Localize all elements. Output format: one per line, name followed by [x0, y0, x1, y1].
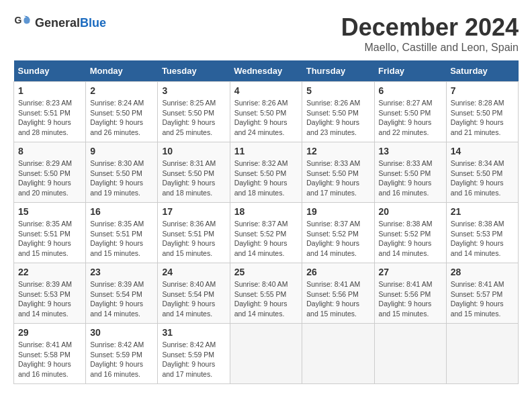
day-info: Sunrise: 8:23 AMSunset: 5:51 PMDaylight:… — [18, 98, 81, 138]
logo: G GeneralBlue — [13, 13, 106, 32]
day-info: Sunrise: 8:41 AMSunset: 5:58 PMDaylight:… — [18, 340, 81, 379]
day-number: 30 — [90, 327, 153, 338]
header-day-sunday: Sunday — [14, 60, 86, 82]
day-number: 28 — [451, 267, 514, 277]
title-block: December 2024 Maello, Castille and Leon,… — [341, 13, 519, 54]
calendar-cell: 29Sunrise: 8:41 AMSunset: 5:58 PMDayligh… — [14, 324, 86, 384]
calendar-cell: 22Sunrise: 8:39 AMSunset: 5:53 PMDayligh… — [14, 263, 86, 324]
day-info: Sunrise: 8:42 AMSunset: 5:59 PMDaylight:… — [162, 340, 225, 379]
header-day-tuesday: Tuesday — [158, 60, 230, 82]
day-number: 20 — [379, 206, 442, 217]
header-day-thursday: Thursday — [302, 60, 374, 82]
day-number: 22 — [18, 267, 81, 277]
calendar-cell: 23Sunrise: 8:39 AMSunset: 5:54 PMDayligh… — [86, 263, 158, 324]
day-number: 4 — [234, 85, 298, 96]
calendar-cell: 19Sunrise: 8:37 AMSunset: 5:52 PMDayligh… — [302, 203, 374, 263]
calendar-cell: 20Sunrise: 8:38 AMSunset: 5:52 PMDayligh… — [374, 203, 446, 263]
day-info: Sunrise: 8:34 AMSunset: 5:50 PMDaylight:… — [451, 158, 514, 198]
calendar-cell: 21Sunrise: 8:38 AMSunset: 5:53 PMDayligh… — [446, 203, 518, 263]
day-number: 9 — [90, 146, 153, 156]
calendar-cell: 15Sunrise: 8:35 AMSunset: 5:51 PMDayligh… — [14, 203, 86, 263]
day-number: 15 — [18, 206, 81, 217]
day-number: 16 — [90, 206, 153, 217]
svg-text:G: G — [14, 15, 21, 26]
calendar-week-row: 15Sunrise: 8:35 AMSunset: 5:51 PMDayligh… — [14, 203, 519, 263]
day-info: Sunrise: 8:35 AMSunset: 5:51 PMDaylight:… — [18, 219, 81, 259]
day-info: Sunrise: 8:37 AMSunset: 5:52 PMDaylight:… — [234, 219, 298, 259]
month-title: December 2024 — [341, 13, 519, 42]
logo-text-block: GeneralBlue — [35, 16, 106, 30]
calendar-cell: 11Sunrise: 8:32 AMSunset: 5:50 PMDayligh… — [230, 142, 302, 203]
calendar-cell: 30Sunrise: 8:42 AMSunset: 5:59 PMDayligh… — [86, 324, 158, 384]
logo-blue: Blue — [80, 16, 106, 30]
day-info: Sunrise: 8:28 AMSunset: 5:50 PMDaylight:… — [451, 98, 514, 138]
day-number: 27 — [379, 267, 442, 277]
day-info: Sunrise: 8:33 AMSunset: 5:50 PMDaylight:… — [306, 158, 369, 198]
calendar-cell: 2Sunrise: 8:24 AMSunset: 5:50 PMDaylight… — [86, 82, 158, 142]
calendar-cell: 14Sunrise: 8:34 AMSunset: 5:50 PMDayligh… — [446, 142, 518, 203]
calendar-cell: 6Sunrise: 8:27 AMSunset: 5:50 PMDaylight… — [374, 82, 446, 142]
calendar-cell: 5Sunrise: 8:26 AMSunset: 5:50 PMDaylight… — [302, 82, 374, 142]
calendar-cell: 3Sunrise: 8:25 AMSunset: 5:50 PMDaylight… — [158, 82, 230, 142]
day-info: Sunrise: 8:39 AMSunset: 5:54 PMDaylight:… — [90, 279, 153, 319]
calendar-header-row: SundayMondayTuesdayWednesdayThursdayFrid… — [14, 60, 519, 82]
day-number: 10 — [162, 146, 225, 156]
day-number: 13 — [379, 146, 442, 156]
calendar-cell: 13Sunrise: 8:33 AMSunset: 5:50 PMDayligh… — [374, 142, 446, 203]
day-info: Sunrise: 8:26 AMSunset: 5:50 PMDaylight:… — [234, 98, 298, 138]
header-day-monday: Monday — [86, 60, 158, 82]
calendar-cell — [374, 324, 446, 384]
calendar-cell: 1Sunrise: 8:23 AMSunset: 5:51 PMDaylight… — [14, 82, 86, 142]
calendar-week-row: 1Sunrise: 8:23 AMSunset: 5:51 PMDaylight… — [14, 82, 519, 142]
day-info: Sunrise: 8:27 AMSunset: 5:50 PMDaylight:… — [379, 98, 442, 138]
calendar-table: SundayMondayTuesdayWednesdayThursdayFrid… — [13, 60, 519, 384]
calendar-cell: 7Sunrise: 8:28 AMSunset: 5:50 PMDaylight… — [446, 82, 518, 142]
day-info: Sunrise: 8:29 AMSunset: 5:50 PMDaylight:… — [18, 158, 81, 198]
calendar-cell — [446, 324, 518, 384]
day-info: Sunrise: 8:37 AMSunset: 5:52 PMDaylight:… — [306, 219, 369, 259]
day-info: Sunrise: 8:33 AMSunset: 5:50 PMDaylight:… — [379, 158, 442, 198]
day-number: 2 — [90, 85, 153, 96]
day-number: 1 — [18, 85, 81, 96]
day-info: Sunrise: 8:38 AMSunset: 5:53 PMDaylight:… — [451, 219, 514, 259]
day-number: 3 — [162, 85, 225, 96]
day-number: 5 — [306, 85, 369, 96]
day-info: Sunrise: 8:41 AMSunset: 5:57 PMDaylight:… — [451, 279, 514, 319]
header-day-wednesday: Wednesday — [230, 60, 302, 82]
day-number: 31 — [162, 327, 225, 338]
day-info: Sunrise: 8:39 AMSunset: 5:53 PMDaylight:… — [18, 279, 81, 319]
calendar-cell: 24Sunrise: 8:40 AMSunset: 5:54 PMDayligh… — [158, 263, 230, 324]
day-number: 6 — [379, 85, 442, 96]
day-info: Sunrise: 8:31 AMSunset: 5:50 PMDaylight:… — [162, 158, 225, 198]
day-info: Sunrise: 8:40 AMSunset: 5:54 PMDaylight:… — [162, 279, 225, 319]
day-number: 26 — [306, 267, 369, 277]
calendar-cell — [230, 324, 302, 384]
day-number: 7 — [451, 85, 514, 96]
calendar-cell: 26Sunrise: 8:41 AMSunset: 5:56 PMDayligh… — [302, 263, 374, 324]
calendar-cell: 8Sunrise: 8:29 AMSunset: 5:50 PMDaylight… — [14, 142, 86, 203]
calendar-cell — [302, 324, 374, 384]
day-number: 29 — [18, 327, 81, 338]
day-number: 11 — [234, 146, 298, 156]
calendar-cell: 12Sunrise: 8:33 AMSunset: 5:50 PMDayligh… — [302, 142, 374, 203]
day-number: 24 — [162, 267, 225, 277]
calendar-cell: 27Sunrise: 8:41 AMSunset: 5:56 PMDayligh… — [374, 263, 446, 324]
day-info: Sunrise: 8:42 AMSunset: 5:59 PMDaylight:… — [90, 340, 153, 379]
day-number: 8 — [18, 146, 81, 156]
header-day-saturday: Saturday — [446, 60, 518, 82]
calendar-cell: 18Sunrise: 8:37 AMSunset: 5:52 PMDayligh… — [230, 203, 302, 263]
day-number: 14 — [451, 146, 514, 156]
day-info: Sunrise: 8:41 AMSunset: 5:56 PMDaylight:… — [379, 279, 442, 319]
calendar-week-row: 8Sunrise: 8:29 AMSunset: 5:50 PMDaylight… — [14, 142, 519, 203]
logo-general: General — [35, 16, 80, 30]
header-day-friday: Friday — [374, 60, 446, 82]
day-info: Sunrise: 8:25 AMSunset: 5:50 PMDaylight:… — [162, 98, 225, 138]
day-number: 12 — [306, 146, 369, 156]
day-number: 17 — [162, 206, 225, 217]
day-info: Sunrise: 8:36 AMSunset: 5:51 PMDaylight:… — [162, 219, 225, 259]
calendar-cell: 25Sunrise: 8:40 AMSunset: 5:55 PMDayligh… — [230, 263, 302, 324]
day-info: Sunrise: 8:26 AMSunset: 5:50 PMDaylight:… — [306, 98, 369, 138]
logo-icon: G — [13, 13, 32, 32]
calendar-week-row: 29Sunrise: 8:41 AMSunset: 5:58 PMDayligh… — [14, 324, 519, 384]
location-title: Maello, Castille and Leon, Spain — [341, 42, 519, 54]
